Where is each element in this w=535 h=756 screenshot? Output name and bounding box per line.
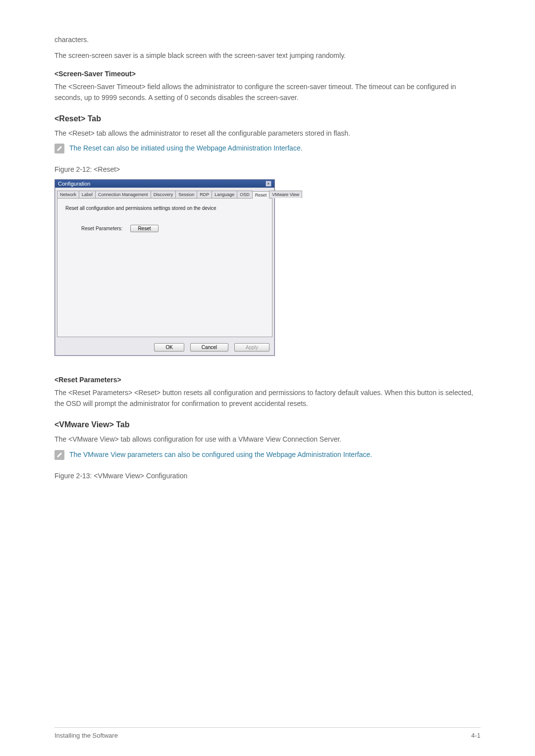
- tab-vmware-view[interactable]: VMware View: [269, 191, 302, 198]
- tab-rdp[interactable]: RDP: [197, 191, 212, 198]
- tab-session[interactable]: Session: [175, 191, 197, 198]
- reset-tab-body: The <Reset> tab allows the administrator…: [54, 128, 481, 139]
- dialog-tabs: Network Label Connection Management Disc…: [57, 191, 272, 199]
- dialog-title-text: Configuration: [58, 181, 90, 187]
- page: characters. The screen-screen saver is a…: [0, 0, 535, 756]
- vmware-note: The VMware View parameters can also be c…: [54, 450, 481, 460]
- configuration-dialog: Configuration × Network Label Connection…: [54, 179, 275, 356]
- tab-network[interactable]: Network: [57, 191, 79, 198]
- note-icon: [54, 144, 64, 153]
- panel-description: Reset all configuration and permissions …: [65, 205, 264, 211]
- tab-osd[interactable]: OSD: [237, 191, 253, 198]
- figure-2-13-caption: Figure 2-13: <VMware View> Configuration: [54, 472, 481, 480]
- reset-parameters-heading: <Reset Parameters>: [54, 376, 481, 384]
- footer-left: Installing the Software: [54, 732, 118, 739]
- vmware-view-body: The <VMware View> tab allows configurati…: [54, 434, 481, 445]
- tab-connection-management[interactable]: Connection Management: [95, 191, 151, 198]
- intro-fragment: characters.: [54, 35, 481, 46]
- vmware-note-text: The VMware View parameters can also be c…: [69, 450, 372, 460]
- reset-panel: Reset all configuration and permissions …: [57, 199, 272, 337]
- close-icon[interactable]: ×: [266, 181, 271, 187]
- saver-description: The screen-screen saver is a simple blac…: [54, 50, 481, 61]
- dialog-button-row: OK Cancel Apply: [55, 340, 274, 355]
- reset-note-text: The Reset can also be initiated using th…: [69, 144, 303, 153]
- footer-right: 4-1: [471, 732, 481, 739]
- reset-note: The Reset can also be initiated using th…: [54, 144, 481, 153]
- vmware-view-heading: <VMware View> Tab: [54, 420, 481, 429]
- apply-button[interactable]: Apply: [234, 343, 269, 352]
- dialog-titlebar: Configuration ×: [55, 180, 274, 188]
- page-footer: Installing the Software 4-1: [54, 727, 481, 739]
- tab-label[interactable]: Label: [79, 191, 96, 198]
- tab-language[interactable]: Language: [212, 191, 237, 198]
- note-icon: [54, 450, 64, 460]
- ok-button[interactable]: OK: [154, 343, 184, 352]
- reset-parameters-label: Reset Parameters:: [81, 226, 122, 231]
- tab-reset[interactable]: Reset: [252, 191, 270, 199]
- figure-2-12-caption: Figure 2-12: <Reset>: [54, 165, 481, 173]
- screen-saver-timeout-heading: <Screen-Saver Timeout>: [54, 70, 481, 78]
- reset-tab-heading: <Reset> Tab: [54, 114, 481, 123]
- reset-parameters-body: The <Reset Parameters> <Reset> button re…: [54, 388, 481, 409]
- tab-discovery[interactable]: Discovery: [151, 191, 176, 198]
- cancel-button[interactable]: Cancel: [190, 343, 228, 352]
- screen-saver-timeout-body: The <Screen-Saver Timeout> field allows …: [54, 82, 481, 103]
- reset-parameters-row: Reset Parameters: Reset: [81, 225, 264, 232]
- reset-button[interactable]: Reset: [130, 225, 158, 232]
